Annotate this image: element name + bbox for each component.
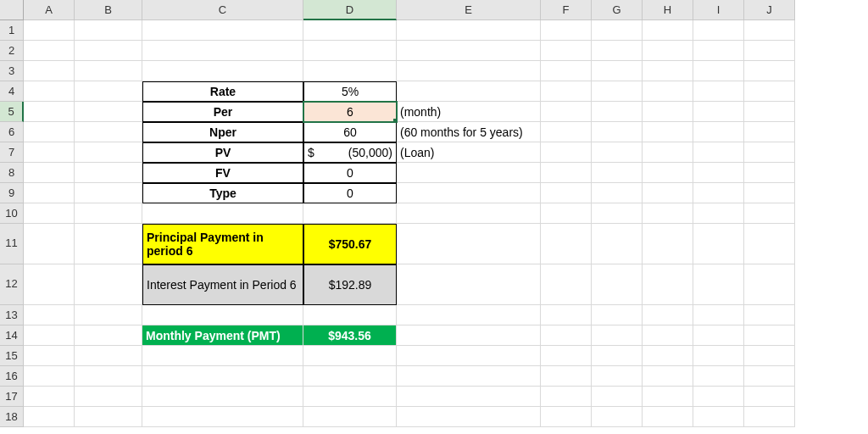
cell-J4[interactable] <box>744 81 795 102</box>
cell-H11[interactable] <box>643 224 693 264</box>
cell-E15[interactable] <box>397 346 541 366</box>
cell-A5[interactable] <box>24 102 75 122</box>
cell-A10[interactable] <box>24 203 75 224</box>
cell-J3[interactable] <box>744 61 795 81</box>
cell-I18[interactable] <box>693 407 744 427</box>
cell-C16[interactable] <box>142 366 303 387</box>
cell-A11[interactable] <box>24 224 75 264</box>
cell-J9[interactable] <box>744 183 795 203</box>
cell-H4[interactable] <box>643 81 693 102</box>
cell-H12[interactable] <box>643 264 693 305</box>
cell-J7[interactable] <box>744 142 795 163</box>
cell-G12[interactable] <box>592 264 643 305</box>
cell-C11-principal-label[interactable]: Principal Payment in period 6 <box>142 224 303 264</box>
cell-H14[interactable] <box>643 326 693 346</box>
cell-B2[interactable] <box>75 41 142 61</box>
cell-B15[interactable] <box>75 346 142 366</box>
cell-B7[interactable] <box>75 142 142 163</box>
row-header-16[interactable]: 16 <box>0 366 24 387</box>
col-header-D[interactable]: D <box>303 0 397 20</box>
cell-A13[interactable] <box>24 305 75 326</box>
row-header-5[interactable]: 5 <box>0 102 24 122</box>
cell-B16[interactable] <box>75 366 142 387</box>
col-header-B[interactable]: B <box>75 0 142 20</box>
cell-C6-nper-label[interactable]: Nper <box>142 122 303 142</box>
cell-F12[interactable] <box>541 264 592 305</box>
row-header-9[interactable]: 9 <box>0 183 24 203</box>
cell-E10[interactable] <box>397 203 541 224</box>
cell-I15[interactable] <box>693 346 744 366</box>
cell-I2[interactable] <box>693 41 744 61</box>
cell-G4[interactable] <box>592 81 643 102</box>
cell-B12[interactable] <box>75 264 142 305</box>
cell-I14[interactable] <box>693 326 744 346</box>
cell-F11[interactable] <box>541 224 592 264</box>
cell-J17[interactable] <box>744 387 795 407</box>
cell-H18[interactable] <box>643 407 693 427</box>
cell-I7[interactable] <box>693 142 744 163</box>
cell-J1[interactable] <box>744 20 795 41</box>
cell-A12[interactable] <box>24 264 75 305</box>
cell-A7[interactable] <box>24 142 75 163</box>
cell-C4-rate-label[interactable]: Rate <box>142 81 303 102</box>
cell-F1[interactable] <box>541 20 592 41</box>
cell-A17[interactable] <box>24 387 75 407</box>
cell-F9[interactable] <box>541 183 592 203</box>
cell-J15[interactable] <box>744 346 795 366</box>
cell-A9[interactable] <box>24 183 75 203</box>
cell-E13[interactable] <box>397 305 541 326</box>
cell-D9-type-value[interactable]: 0 <box>303 183 397 203</box>
cell-G13[interactable] <box>592 305 643 326</box>
cell-I8[interactable] <box>693 163 744 183</box>
cell-C5-per-label[interactable]: Per <box>142 102 303 122</box>
cell-C14-pmt-label[interactable]: Monthly Payment (PMT) <box>142 326 303 346</box>
cell-I6[interactable] <box>693 122 744 142</box>
cell-G3[interactable] <box>592 61 643 81</box>
cell-F16[interactable] <box>541 366 592 387</box>
cell-A6[interactable] <box>24 122 75 142</box>
cell-F4[interactable] <box>541 81 592 102</box>
cell-E4[interactable] <box>397 81 541 102</box>
cell-B17[interactable] <box>75 387 142 407</box>
cell-G7[interactable] <box>592 142 643 163</box>
cell-D2[interactable] <box>303 41 397 61</box>
col-header-F[interactable]: F <box>541 0 592 20</box>
cell-D3[interactable] <box>303 61 397 81</box>
cell-J13[interactable] <box>744 305 795 326</box>
cell-B4[interactable] <box>75 81 142 102</box>
cell-D11-principal-value[interactable]: $750.67 <box>303 224 397 264</box>
cell-C17[interactable] <box>142 387 303 407</box>
col-header-A[interactable]: A <box>24 0 75 20</box>
cell-D14-pmt-value[interactable]: $943.56 <box>303 326 397 346</box>
cell-B6[interactable] <box>75 122 142 142</box>
cell-A14[interactable] <box>24 326 75 346</box>
cell-G16[interactable] <box>592 366 643 387</box>
row-header-14[interactable]: 14 <box>0 326 24 346</box>
cell-H6[interactable] <box>643 122 693 142</box>
cell-A8[interactable] <box>24 163 75 183</box>
row-header-15[interactable]: 15 <box>0 346 24 366</box>
cell-D16[interactable] <box>303 366 397 387</box>
cell-D12-interest-value[interactable]: $192.89 <box>303 264 397 305</box>
row-header-10[interactable]: 10 <box>0 203 24 224</box>
cell-B10[interactable] <box>75 203 142 224</box>
cell-J10[interactable] <box>744 203 795 224</box>
cell-I11[interactable] <box>693 224 744 264</box>
cell-J8[interactable] <box>744 163 795 183</box>
cell-G8[interactable] <box>592 163 643 183</box>
row-header-2[interactable]: 2 <box>0 41 24 61</box>
row-header-1[interactable]: 1 <box>0 20 24 41</box>
cell-D7-pv-value[interactable]: $ (50,000) <box>303 142 397 163</box>
col-header-C[interactable]: C <box>142 0 303 20</box>
cell-C13[interactable] <box>142 305 303 326</box>
cell-G6[interactable] <box>592 122 643 142</box>
cell-J16[interactable] <box>744 366 795 387</box>
row-header-11[interactable]: 11 <box>0 224 24 264</box>
cell-J18[interactable] <box>744 407 795 427</box>
cell-G15[interactable] <box>592 346 643 366</box>
row-header-13[interactable]: 13 <box>0 305 24 326</box>
cell-D6-nper-value[interactable]: 60 <box>303 122 397 142</box>
cell-E9[interactable] <box>397 183 541 203</box>
cell-C15[interactable] <box>142 346 303 366</box>
cell-H8[interactable] <box>643 163 693 183</box>
